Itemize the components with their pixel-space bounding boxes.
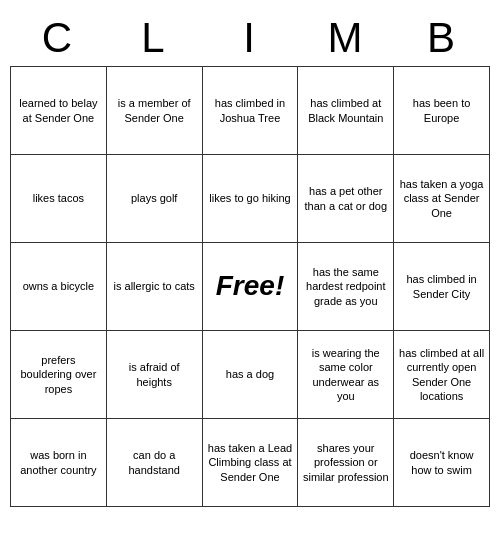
bingo-cell-text-16: is afraid of heights — [111, 360, 198, 389]
bingo-cell-text-11: is allergic to cats — [114, 279, 195, 293]
bingo-cell-text-6: plays golf — [131, 191, 177, 205]
bingo-cell-18[interactable]: is wearing the same color underwear as y… — [298, 331, 394, 419]
header-letter-i: I — [202, 10, 298, 66]
bingo-cell-text-5: likes tacos — [33, 191, 84, 205]
bingo-cell-text-3: has climbed at Black Mountain — [302, 96, 389, 125]
bingo-cell-1[interactable]: is a member of Sender One — [107, 67, 203, 155]
bingo-cell-text-19: has climbed at all currently open Sender… — [398, 346, 485, 403]
bingo-cell-text-18: is wearing the same color underwear as y… — [302, 346, 389, 403]
bingo-cell-text-9: has taken a yoga class at Sender One — [398, 177, 485, 220]
bingo-cell-text-24: doesn't know how to swim — [398, 448, 485, 477]
bingo-cell-text-4: has been to Europe — [398, 96, 485, 125]
header-letter-l: L — [106, 10, 202, 66]
bingo-cell-9[interactable]: has taken a yoga class at Sender One — [394, 155, 490, 243]
bingo-cell-15[interactable]: prefers bouldering over ropes — [11, 331, 107, 419]
bingo-cell-20[interactable]: was born in another country — [11, 419, 107, 507]
bingo-card: CLIMB learned to belay at Sender Oneis a… — [10, 10, 490, 507]
bingo-cell-0[interactable]: learned to belay at Sender One — [11, 67, 107, 155]
header-letter-b: B — [394, 10, 490, 66]
bingo-cell-text-7: likes to go hiking — [209, 191, 290, 205]
bingo-cell-text-20: was born in another country — [15, 448, 102, 477]
bingo-cell-21[interactable]: can do a handstand — [107, 419, 203, 507]
bingo-cell-22[interactable]: has taken a Lead Climbing class at Sende… — [203, 419, 299, 507]
bingo-cell-17[interactable]: has a dog — [203, 331, 299, 419]
bingo-cell-text-17: has a dog — [226, 367, 274, 381]
bingo-cell-16[interactable]: is afraid of heights — [107, 331, 203, 419]
bingo-cell-19[interactable]: has climbed at all currently open Sender… — [394, 331, 490, 419]
bingo-cell-6[interactable]: plays golf — [107, 155, 203, 243]
bingo-cell-text-1: is a member of Sender One — [111, 96, 198, 125]
bingo-cell-text-23: shares your profession or similar profes… — [302, 441, 389, 484]
bingo-cell-text-10: owns a bicycle — [23, 279, 95, 293]
bingo-cell-10[interactable]: owns a bicycle — [11, 243, 107, 331]
bingo-cell-24[interactable]: doesn't know how to swim — [394, 419, 490, 507]
bingo-cell-text-14: has climbed in Sender City — [398, 272, 485, 301]
bingo-cell-11[interactable]: is allergic to cats — [107, 243, 203, 331]
bingo-cell-4[interactable]: has been to Europe — [394, 67, 490, 155]
bingo-cell-13[interactable]: has the same hardest redpoint grade as y… — [298, 243, 394, 331]
bingo-cell-text-12: Free! — [216, 268, 284, 304]
header-letter-m: M — [298, 10, 394, 66]
bingo-cell-text-21: can do a handstand — [111, 448, 198, 477]
bingo-header: CLIMB — [10, 10, 490, 66]
bingo-cell-12[interactable]: Free! — [203, 243, 299, 331]
bingo-cell-text-2: has climbed in Joshua Tree — [207, 96, 294, 125]
bingo-cell-text-22: has taken a Lead Climbing class at Sende… — [207, 441, 294, 484]
bingo-cell-3[interactable]: has climbed at Black Mountain — [298, 67, 394, 155]
bingo-cell-text-13: has the same hardest redpoint grade as y… — [302, 265, 389, 308]
bingo-cell-8[interactable]: has a pet other than a cat or dog — [298, 155, 394, 243]
bingo-grid: learned to belay at Sender Oneis a membe… — [10, 66, 490, 507]
bingo-cell-text-0: learned to belay at Sender One — [15, 96, 102, 125]
bingo-cell-7[interactable]: likes to go hiking — [203, 155, 299, 243]
bingo-cell-14[interactable]: has climbed in Sender City — [394, 243, 490, 331]
bingo-cell-2[interactable]: has climbed in Joshua Tree — [203, 67, 299, 155]
header-letter-c: C — [10, 10, 106, 66]
bingo-cell-text-8: has a pet other than a cat or dog — [302, 184, 389, 213]
bingo-cell-text-15: prefers bouldering over ropes — [15, 353, 102, 396]
bingo-cell-23[interactable]: shares your profession or similar profes… — [298, 419, 394, 507]
bingo-cell-5[interactable]: likes tacos — [11, 155, 107, 243]
